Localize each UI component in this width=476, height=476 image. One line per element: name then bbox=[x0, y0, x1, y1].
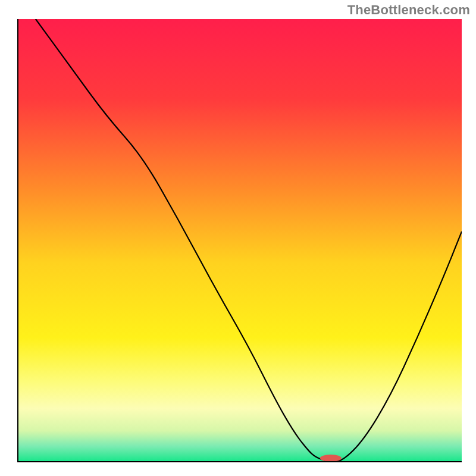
chart-container: TheBottleneck.com bbox=[0, 0, 476, 476]
bottleneck-chart bbox=[0, 0, 476, 476]
optimal-marker bbox=[320, 455, 342, 462]
watermark-text: TheBottleneck.com bbox=[347, 2, 470, 18]
